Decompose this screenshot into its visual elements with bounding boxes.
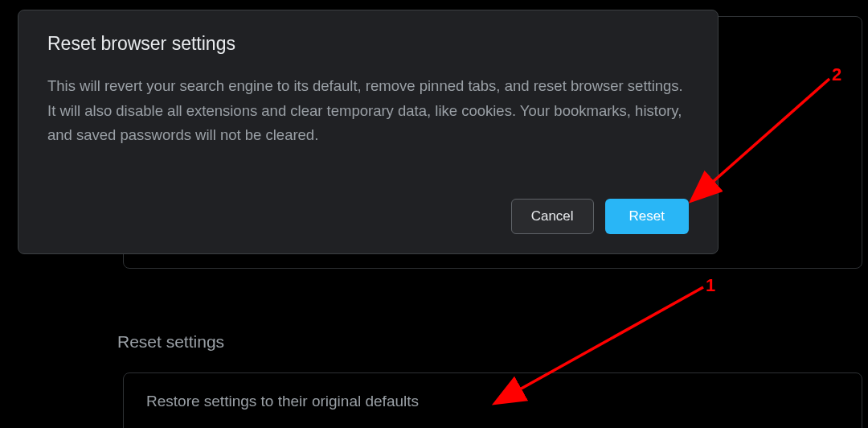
reset-button[interactable]: Reset — [605, 199, 689, 234]
section-title: Reset settings — [117, 332, 224, 352]
restore-defaults-label: Restore settings to their original defau… — [146, 393, 419, 409]
dialog-actions: Cancel Reset — [511, 199, 689, 234]
restore-defaults-row[interactable]: Restore settings to their original defau… — [123, 372, 862, 428]
annotation-label-1: 1 — [706, 275, 715, 296]
dialog-body: This will revert your search engine to i… — [47, 74, 689, 148]
annotation-label-2: 2 — [832, 64, 841, 85]
dialog-title: Reset browser settings — [47, 33, 689, 55]
cancel-button[interactable]: Cancel — [511, 199, 594, 234]
reset-dialog: Reset browser settings This will revert … — [18, 10, 719, 254]
